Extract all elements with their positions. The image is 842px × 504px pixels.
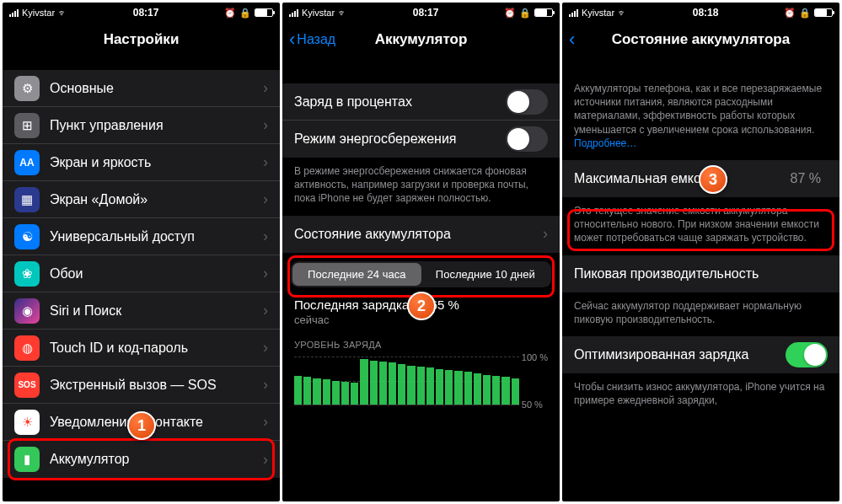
settings-row-general[interactable]: ⚙ Основные ›	[3, 70, 280, 107]
row-label: Основные	[50, 81, 263, 96]
battery-screen: Kyivstar ᯤ 08:17 ⏰ 🔒 ‹ Назад Аккумулятор…	[282, 3, 560, 501]
page-title: Настройки	[104, 31, 180, 48]
page-title: Аккумулятор	[375, 31, 468, 48]
chevron-left-icon: ‹	[569, 30, 575, 49]
carrier-label: Kyivstar	[302, 8, 335, 18]
chevron-right-icon: ›	[543, 225, 548, 243]
battery-chart: 100 % 50 %	[294, 357, 519, 405]
clock-label: 08:17	[413, 7, 439, 19]
status-bar: Kyivstar ᯤ 08:17 ⏰ 🔒	[3, 3, 280, 21]
row-label: Универсальный доступ	[50, 229, 263, 244]
status-bar: Kyivstar ᯤ 08:18 ⏰ 🔒	[562, 3, 839, 21]
aa-icon: AA	[14, 150, 40, 175]
ylabel-100: 100 %	[522, 352, 548, 362]
accessibility-icon: ☯	[14, 224, 40, 249]
battery-icon	[814, 8, 833, 17]
row-label: Аккумулятор	[50, 452, 263, 467]
row-peak-performance[interactable]: Пиковая производительность	[562, 255, 839, 292]
row-battery-health[interactable]: Состояние аккумулятора ›	[282, 216, 560, 253]
sos-icon: SOS	[14, 373, 40, 398]
optimized-note: Чтобы снизить износ аккумулятора, iPhone…	[562, 373, 839, 417]
toggle-switch[interactable]	[506, 126, 548, 152]
row-label: Экран и яркость	[50, 155, 263, 170]
lock-icon: 🔒	[799, 8, 811, 19]
signal-icon	[569, 9, 578, 17]
signal-icon	[9, 9, 19, 17]
capacity-note: Это текущее значение емкости аккумулятор…	[562, 197, 839, 255]
nav-bar: ‹ Состояние аккумулятора	[562, 21, 839, 58]
settings-row-display[interactable]: AA Экран и яркость ›	[3, 144, 280, 181]
settings-row-wallpaper[interactable]: ❀ Обои ›	[3, 255, 280, 292]
row-label: Заряд в процентах	[294, 94, 506, 110]
chevron-right-icon: ›	[263, 153, 268, 171]
seg-24h[interactable]: Последние 24 часа	[292, 263, 421, 286]
carrier-label: Kyivstar	[22, 8, 55, 18]
wifi-icon: ᯤ	[338, 8, 347, 18]
intro-text: Аккумуляторы телефона, как и все перезар…	[574, 83, 822, 136]
exposure-icon: ☀	[14, 410, 40, 435]
chevron-right-icon: ›	[263, 228, 268, 245]
learn-more-link[interactable]: Подробнее…	[574, 137, 636, 149]
chevron-right-icon: ›	[263, 413, 268, 431]
ylabel-50: 50 %	[522, 399, 548, 410]
settings-row-exposure[interactable]: ☀ Уведомления о контакте ›	[3, 404, 280, 441]
chevron-right-icon: ›	[263, 116, 268, 134]
nav-bar: Настройки	[3, 21, 280, 58]
settings-screen: Kyivstar ᯤ 08:17 ⏰ 🔒 Настройки ⚙ Основны…	[3, 3, 280, 501]
page-title: Состояние аккумулятора	[612, 31, 790, 48]
grid-icon: ▦	[14, 187, 40, 212]
segmented-control[interactable]: Последние 24 часа Последние 10 дней	[291, 261, 551, 287]
battery-icon	[255, 8, 273, 17]
wifi-icon: ᯤ	[618, 8, 627, 18]
row-optimized-charging[interactable]: Оптимизированная зарядка	[562, 336, 839, 373]
signal-icon	[289, 9, 298, 17]
alarm-icon: ⏰	[504, 8, 516, 19]
row-label: Touch ID и код-пароль	[50, 340, 263, 356]
back-button[interactable]: ‹	[569, 30, 575, 49]
back-button[interactable]: ‹ Назад	[289, 30, 335, 49]
carrier-label: Kyivstar	[582, 8, 614, 18]
back-label: Назад	[297, 32, 335, 47]
fingerprint-icon: ◍	[14, 335, 40, 361]
clock-label: 08:18	[693, 7, 719, 19]
last-charge-title: Последняя зарядка до 65 %	[294, 298, 548, 312]
settings-row-accessibility[interactable]: ☯ Универсальный доступ ›	[3, 218, 280, 255]
siri-icon: ◉	[14, 298, 40, 324]
chevron-right-icon: ›	[263, 376, 268, 394]
peak-note: Сейчас аккумулятор поддерживает нормальн…	[562, 292, 839, 336]
toggle-switch[interactable]	[786, 342, 828, 367]
toggle-row-percentage[interactable]: Заряд в процентах	[282, 83, 560, 121]
row-label: Экран «Домой»	[50, 192, 263, 207]
seg-10d[interactable]: Последние 10 дней	[421, 263, 550, 286]
switches-icon: ⊞	[14, 113, 40, 138]
clock-label: 08:17	[133, 7, 159, 19]
row-label: Состояние аккумулятора	[294, 227, 543, 242]
chevron-right-icon: ›	[263, 302, 268, 319]
row-label: Режим энергосбережения	[294, 131, 506, 147]
row-label: Пункт управления	[50, 118, 263, 133]
battery-health-screen: Kyivstar ᯤ 08:18 ⏰ 🔒 ‹ Состояние аккумул…	[562, 3, 839, 501]
flower-icon: ❀	[14, 261, 40, 287]
gear-icon: ⚙	[14, 76, 40, 101]
toggle-row-low-power[interactable]: Режим энергосбережения	[282, 121, 560, 158]
battery-icon: ▮	[14, 447, 40, 472]
settings-row-home-screen[interactable]: ▦ Экран «Домой» ›	[3, 181, 280, 218]
row-label: Siri и Поиск	[50, 303, 263, 319]
chart-header: УРОВЕНЬ ЗАРЯДА	[282, 328, 560, 353]
capacity-value: 87 %	[791, 171, 821, 186]
settings-row-siri[interactable]: ◉ Siri и Поиск ›	[3, 292, 280, 330]
settings-row-battery[interactable]: ▮ Аккумулятор ›	[3, 441, 280, 478]
lock-icon: 🔒	[519, 8, 531, 19]
last-charge-sub: сейчас	[294, 314, 548, 326]
row-label: Пиковая производительность	[574, 266, 828, 281]
settings-row-control-center[interactable]: ⊞ Пункт управления ›	[3, 107, 280, 144]
settings-row-sos[interactable]: SOS Экстренный вызов — SOS ›	[3, 367, 280, 404]
chevron-right-icon: ›	[263, 190, 268, 208]
settings-row-touch-id[interactable]: ◍ Touch ID и код-пароль ›	[3, 330, 280, 367]
toggle-switch[interactable]	[506, 89, 548, 115]
row-label: Максимальная емкость	[574, 171, 791, 186]
row-max-capacity[interactable]: Максимальная емкость 87 %	[562, 160, 839, 197]
chevron-right-icon: ›	[263, 265, 268, 282]
status-bar: Kyivstar ᯤ 08:17 ⏰ 🔒	[282, 3, 560, 21]
intro-note: Аккумуляторы телефона, как и все перезар…	[562, 58, 839, 160]
